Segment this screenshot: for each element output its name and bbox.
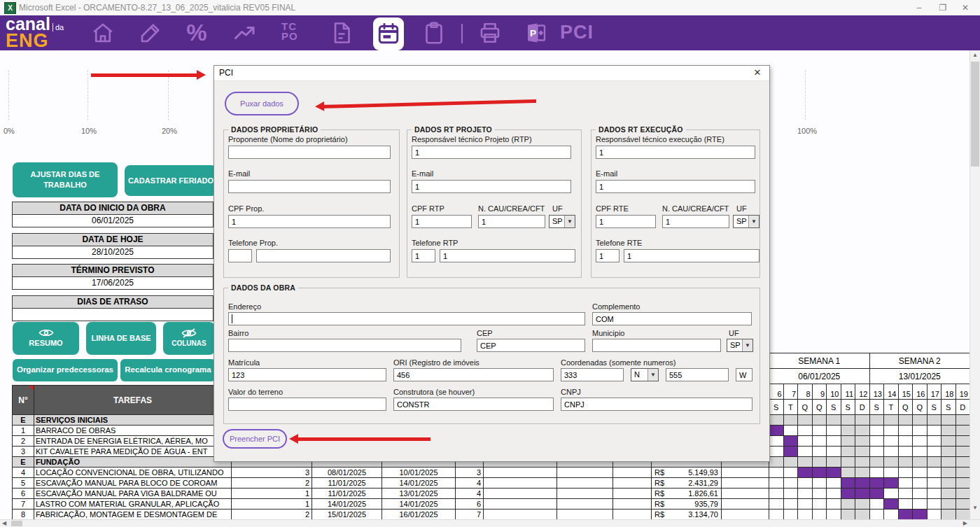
gantt-cell[interactable]	[813, 457, 827, 468]
task-cell[interactable]: 1	[232, 489, 312, 499]
gantt-cell[interactable]	[941, 510, 956, 520]
gantt-bar-cell[interactable]	[769, 426, 784, 436]
gantt-cell[interactable]	[927, 510, 942, 520]
colunas-button[interactable]: COLUNAS	[163, 322, 215, 355]
gantt-bar-cell[interactable]	[798, 468, 813, 478]
task-cell[interactable]: R$2.431,29	[652, 478, 722, 489]
task-cell[interactable]: 11/01/2025	[312, 478, 382, 489]
task-cell[interactable]: E	[13, 415, 34, 426]
gantt-bar-cell[interactable]	[855, 478, 870, 489]
gantt-cell[interactable]	[913, 499, 927, 510]
coord1-input[interactable]	[561, 368, 624, 381]
task-cell[interactable]: 16/01/2025	[382, 510, 456, 520]
task-cell[interactable]: 5	[13, 478, 34, 489]
horizontal-scroll-thumb[interactable]	[11, 521, 22, 526]
clipboard-icon[interactable]	[421, 20, 447, 45]
gantt-cell[interactable]	[956, 499, 971, 510]
gantt-bar-cell[interactable]	[784, 436, 799, 447]
close-button[interactable]: ✕	[955, 1, 976, 14]
gantt-cell[interactable]	[927, 489, 942, 499]
bairro-input[interactable]	[228, 339, 461, 352]
gantt-cell[interactable]	[870, 510, 885, 520]
calendar-icon[interactable]	[373, 17, 404, 50]
gantt-cell[interactable]	[784, 510, 799, 520]
gantt-bar-cell[interactable]	[884, 478, 899, 489]
task-cell[interactable]: 08/01/2025	[312, 468, 382, 478]
gantt-cell[interactable]	[956, 468, 971, 478]
gantt-cell[interactable]	[899, 468, 913, 478]
gantt-cell[interactable]	[956, 489, 971, 499]
vertical-scroll-thumb[interactable]	[971, 62, 979, 167]
task-cell[interactable]	[484, 489, 557, 499]
gantt-cell[interactable]	[769, 478, 784, 489]
gantt-cell[interactable]	[941, 468, 956, 478]
gantt-cell[interactable]	[813, 478, 827, 489]
task-cell[interactable]: 4	[456, 489, 484, 499]
recalcula-cronograma-button[interactable]: Recalcula cronograma	[120, 359, 216, 381]
task-cell[interactable]: R$5.149,93	[652, 468, 722, 478]
task-cell[interactable]: 2	[13, 436, 34, 447]
gantt-cell[interactable]	[956, 447, 971, 457]
gantt-cell[interactable]	[841, 499, 856, 510]
gantt-cell[interactable]	[884, 447, 899, 457]
gantt-cell[interactable]	[941, 415, 956, 426]
ddd-prop-input[interactable]	[228, 249, 252, 262]
gantt-cell[interactable]	[827, 478, 841, 489]
gantt-bar-cell[interactable]	[899, 510, 913, 520]
puxar-dados-button[interactable]: Puxar dados	[225, 92, 299, 115]
gantt-cell[interactable]	[913, 489, 927, 499]
gantt-cell[interactable]	[769, 447, 784, 457]
gantt-cell[interactable]	[870, 499, 885, 510]
gantt-cell[interactable]	[813, 510, 827, 520]
dialog-close-icon[interactable]: ✕	[751, 67, 764, 78]
gantt-cell[interactable]	[956, 426, 971, 436]
task-cell[interactable]	[613, 478, 652, 489]
scroll-right-icon[interactable]: ▶	[963, 520, 967, 527]
card-value[interactable]	[13, 309, 213, 321]
cpf-prop-input[interactable]	[228, 215, 391, 228]
gantt-cell[interactable]	[941, 426, 956, 436]
gantt-cell[interactable]	[956, 436, 971, 447]
gantt-cell[interactable]	[884, 415, 899, 426]
gantt-cell[interactable]	[784, 457, 799, 468]
task-cell[interactable]	[557, 468, 613, 478]
gantt-cell[interactable]	[884, 468, 899, 478]
gantt-cell[interactable]	[841, 468, 856, 478]
gantt-bar-cell[interactable]	[884, 499, 899, 510]
task-cell[interactable]: 14/01/2025	[312, 499, 382, 510]
gantt-cell[interactable]	[941, 489, 956, 499]
pci-toolbar-label[interactable]: PCI	[560, 22, 594, 43]
gantt-cell[interactable]	[813, 436, 827, 447]
cpf-rte-input[interactable]	[596, 215, 656, 228]
task-cell[interactable]: 6	[456, 499, 484, 510]
horizontal-scrollbar[interactable]: ◀ ▶	[0, 519, 980, 527]
gantt-cell[interactable]	[827, 436, 841, 447]
gantt-cell[interactable]	[798, 510, 813, 520]
printer-icon[interactable]	[477, 20, 503, 45]
gantt-cell[interactable]	[827, 499, 841, 510]
task-cell[interactable]	[613, 510, 652, 520]
gantt-cell[interactable]	[927, 426, 942, 436]
task-cell[interactable]	[484, 478, 557, 489]
gantt-cell[interactable]	[827, 457, 841, 468]
pencil-icon[interactable]	[138, 20, 163, 45]
gantt-cell[interactable]	[798, 436, 813, 447]
task-cell[interactable]: E	[13, 457, 34, 468]
gantt-bar-cell[interactable]	[870, 489, 885, 499]
gantt-cell[interactable]	[769, 489, 784, 499]
gantt-cell[interactable]	[798, 415, 813, 426]
card-value[interactable]: 17/06/2025	[13, 277, 213, 289]
task-cell[interactable]: ENTRADA DE ENERGIA ELÉTRICA, AÉREA, MO	[34, 436, 232, 447]
task-cell[interactable]	[557, 489, 613, 499]
scroll-left-icon[interactable]: ◀	[2, 520, 6, 527]
gantt-cell[interactable]	[855, 468, 870, 478]
proponente-input[interactable]	[228, 146, 391, 159]
coord2-input[interactable]	[666, 368, 729, 381]
rte-input[interactable]	[596, 146, 755, 159]
percent-icon[interactable]: %	[184, 20, 209, 45]
gantt-cell[interactable]	[941, 447, 956, 457]
gantt-cell[interactable]	[899, 426, 913, 436]
gantt-cell[interactable]	[769, 468, 784, 478]
gantt-cell[interactable]	[899, 478, 913, 489]
gantt-cell[interactable]	[841, 457, 856, 468]
